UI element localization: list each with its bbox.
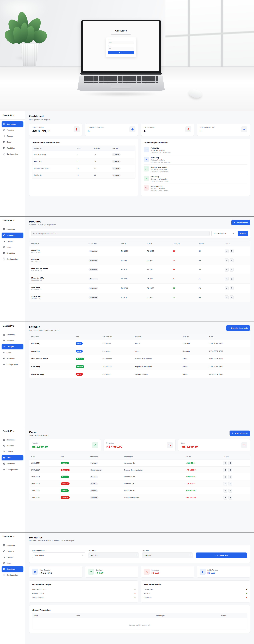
data-fim-input[interactable] xyxy=(144,554,190,556)
sidebar-item-caixa[interactable]: Caixa xyxy=(1,244,23,250)
sidebar-item-label: Estoque xyxy=(6,346,14,348)
table-row: Feijão 1kg2530Atenção xyxy=(32,172,135,178)
sidebar-item-caixa[interactable]: Caixa xyxy=(1,560,23,566)
data-inicio-input[interactable] xyxy=(90,554,136,556)
sidebar-item-relatorios[interactable]: Relatórios xyxy=(1,566,23,572)
product-name: Açúcar 1kg xyxy=(31,296,88,298)
search-input[interactable] xyxy=(36,232,208,234)
sidebar-item-dashboard[interactable]: Dashboard xyxy=(1,437,23,442)
sidebar-item-configuracoes[interactable]: Configurações xyxy=(1,151,23,156)
data-fim-field[interactable] xyxy=(142,552,193,558)
cell: Arroz 5kg xyxy=(34,160,77,162)
search-field[interactable] xyxy=(31,231,210,236)
sidebar: GestãoPro Dashboard Produtos Estoque Cai… xyxy=(0,322,25,427)
sidebar-item-estoque[interactable]: Estoque xyxy=(1,554,23,560)
sidebar-item-produtos[interactable]: Produtos xyxy=(1,443,23,448)
button-label: Nova Transação xyxy=(235,432,248,434)
empty-state: Nenhum registro encontrado xyxy=(32,618,247,630)
sidebar-item-dashboard[interactable]: Dashboard xyxy=(1,226,23,232)
delete-button[interactable] xyxy=(230,277,234,281)
page-subtitle: Visualize e exporte relatórios personali… xyxy=(29,540,250,542)
edit-button[interactable] xyxy=(223,468,227,472)
edit-button[interactable] xyxy=(225,277,229,281)
sidebar-item-label: Produtos xyxy=(6,129,14,131)
category-badge: Alimentos xyxy=(88,259,98,262)
product-sku: OLE-900ML-001 xyxy=(31,270,88,272)
sidebar-item-dashboard[interactable]: Dashboard xyxy=(1,542,23,548)
delete-button[interactable] xyxy=(230,286,234,290)
estoque-main: Estoque Gerencie as movimentações de est… xyxy=(25,322,254,427)
edit-button[interactable] xyxy=(225,296,229,300)
delete-button[interactable] xyxy=(228,489,232,493)
delete-button[interactable] xyxy=(228,461,232,465)
edit-button[interactable] xyxy=(225,249,229,253)
table-row: 20/01/2024DespesaFornecedoresCompra de m… xyxy=(29,466,250,473)
table-row: 19/01/2024DespesaContasConta de luz- R$ … xyxy=(29,480,250,487)
buscar-button[interactable]: Buscar xyxy=(238,231,248,236)
sidebar-item-configuracoes[interactable]: Configurações xyxy=(1,572,23,578)
edit-button[interactable] xyxy=(223,496,227,500)
delete-button[interactable] xyxy=(230,258,234,262)
edit-button[interactable] xyxy=(225,268,229,272)
delete-button[interactable] xyxy=(228,496,232,500)
exportar-pdf-button[interactable]: Exportar PDF xyxy=(196,552,247,558)
sidebar-item-caixa[interactable]: Caixa xyxy=(1,350,23,355)
delete-button[interactable] xyxy=(228,482,232,486)
window xyxy=(165,0,254,74)
stat-card-valor-estoque: Valor EstoqueR$ 1.245,60 xyxy=(29,566,82,578)
select-value: Consolidado xyxy=(34,554,43,556)
stat-label: Produtos Cadastrados xyxy=(88,126,104,128)
sidebar-item-produtos[interactable]: Produtos xyxy=(1,338,23,343)
col-header: Mínimo xyxy=(94,148,112,149)
tipo-relatorio-select[interactable]: Consolidado xyxy=(32,552,85,558)
package-icon xyxy=(3,234,5,236)
novo-produto-button[interactable]: Novo Produto xyxy=(231,220,250,225)
sidebar-item-caixa[interactable]: Caixa xyxy=(1,455,23,460)
delete-button[interactable] xyxy=(230,296,234,300)
table-row: Macarrão 500g815Atenção xyxy=(32,151,135,158)
edit-button[interactable] xyxy=(223,482,227,486)
col-header: Quantidade xyxy=(103,336,135,338)
sidebar-item-produtos[interactable]: Produtos xyxy=(1,548,23,554)
page-title: Produtos xyxy=(29,220,56,223)
edit-button[interactable] xyxy=(225,258,229,262)
delete-button[interactable] xyxy=(228,475,232,479)
categoria-badge: Vendas xyxy=(90,489,98,492)
sidebar-item-configuracoes[interactable]: Configurações xyxy=(1,256,23,262)
sidebar-item-estoque[interactable]: Estoque xyxy=(1,344,23,349)
sidebar-item-configuracoes[interactable]: Configurações xyxy=(1,362,23,367)
sidebar-item-relatorios[interactable]: Relatórios xyxy=(1,145,23,150)
page-title: Estoque xyxy=(29,326,60,328)
sidebar-item-configuracoes[interactable]: Configurações xyxy=(1,467,23,472)
ultimas-table: DataTipoDescriçãoValor Nenhum registro e… xyxy=(32,613,247,630)
col-header: Ações xyxy=(223,456,248,458)
sidebar-item-dashboard[interactable]: Dashboard xyxy=(1,332,23,337)
sidebar-item-estoque[interactable]: Estoque xyxy=(1,449,23,454)
stat-value: 0 xyxy=(200,129,215,133)
delete-button[interactable] xyxy=(230,249,234,253)
sidebar-item-relatorios[interactable]: Relatórios xyxy=(1,461,23,466)
delete-button[interactable] xyxy=(228,468,232,472)
col-header: Categoria xyxy=(88,243,121,244)
nova-movimentacao-button[interactable]: Nova Movimentação xyxy=(226,326,250,331)
sidebar-item-produtos[interactable]: Produtos xyxy=(1,232,23,238)
sidebar-item-estoque[interactable]: Estoque xyxy=(1,133,23,139)
tipo-badge: Despesa xyxy=(61,469,69,471)
edit-button[interactable] xyxy=(225,286,229,290)
sidebar-item-dashboard[interactable]: Dashboard xyxy=(1,122,23,127)
sidebar-item-caixa[interactable]: Caixa xyxy=(1,139,23,144)
nova-transacao-button[interactable]: Nova Transação xyxy=(230,430,250,436)
sidebar-item-relatorios[interactable]: Relatórios xyxy=(1,250,23,256)
category-select[interactable]: Todas categorias xyxy=(211,231,236,236)
sidebar-item-relatorios[interactable]: Relatórios xyxy=(1,356,23,361)
sidebar-item-estoque[interactable]: Estoque xyxy=(1,238,23,244)
cell: 20/01/2024, 13:45 xyxy=(209,373,248,375)
delete-button[interactable] xyxy=(230,268,234,272)
edit-button[interactable] xyxy=(223,475,227,479)
edit-button[interactable] xyxy=(223,489,227,493)
edit-button[interactable] xyxy=(223,461,227,465)
data-inicio-field[interactable] xyxy=(88,552,139,558)
sidebar-item-produtos[interactable]: Produtos xyxy=(1,128,23,133)
summary-value: 6 xyxy=(135,588,135,590)
sidebar: GestãoPro Dashboard Produtos Estoque Cai… xyxy=(0,427,25,532)
